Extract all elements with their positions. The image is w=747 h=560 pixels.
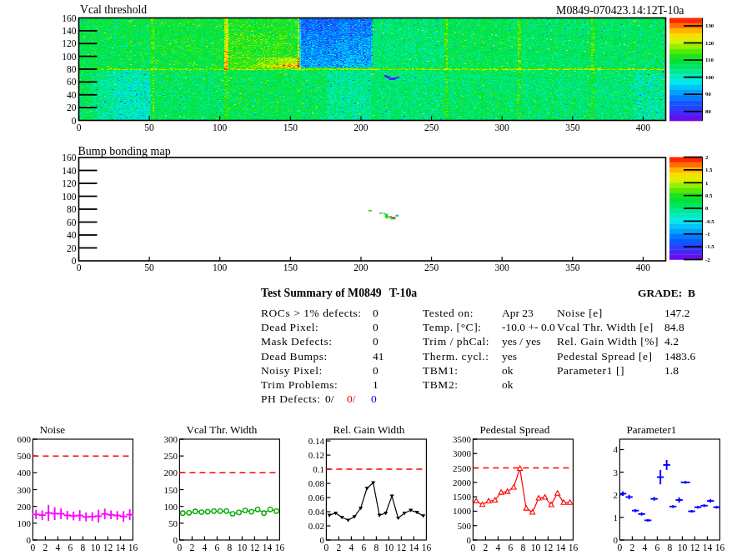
svg-text:400: 400: [17, 468, 31, 478]
svg-text:0: 0: [31, 542, 36, 552]
svg-text:350: 350: [565, 262, 580, 272]
svg-text:14: 14: [116, 542, 126, 552]
svg-text:500: 500: [17, 451, 31, 461]
svg-text:0: 0: [324, 542, 329, 552]
svg-text:1483.6: 1483.6: [664, 350, 695, 362]
svg-text:4.2: 4.2: [664, 335, 679, 348]
svg-text:Apr 23: Apr 23: [502, 307, 534, 319]
svg-text:50: 50: [144, 262, 154, 272]
svg-text:Parameter1 []: Parameter1 []: [557, 364, 624, 377]
svg-text:2: 2: [613, 490, 618, 500]
svg-text:2: 2: [337, 542, 342, 552]
svg-text:16: 16: [422, 542, 432, 552]
svg-text:0: 0: [373, 321, 379, 333]
svg-text:120: 120: [62, 178, 77, 188]
svg-text:160: 160: [62, 152, 77, 162]
svg-text:0: 0: [373, 335, 379, 348]
svg-text:Noisy Pixel:: Noisy Pixel:: [261, 364, 323, 377]
svg-text:4: 4: [56, 542, 61, 552]
svg-text:120: 120: [62, 38, 77, 48]
svg-text:-1: -1: [705, 231, 710, 237]
svg-text:4: 4: [203, 542, 208, 552]
svg-text:4: 4: [349, 542, 354, 552]
svg-text:250: 250: [163, 451, 178, 461]
svg-text:41: 41: [373, 350, 384, 362]
svg-text:40: 40: [67, 90, 77, 100]
svg-text:0.08: 0.08: [308, 478, 325, 488]
svg-text:20: 20: [67, 243, 77, 253]
svg-text:2: 2: [43, 542, 48, 552]
svg-text:400: 400: [636, 262, 651, 272]
svg-text:4: 4: [496, 542, 501, 552]
svg-text:2: 2: [484, 542, 489, 552]
svg-text:0/: 0/: [347, 392, 356, 405]
svg-text:14: 14: [263, 542, 273, 552]
svg-text:-2: -2: [705, 257, 710, 262]
svg-text:Trim / phCal:: Trim / phCal:: [423, 335, 489, 348]
svg-text:Temp. [°C]:: Temp. [°C]:: [423, 321, 482, 333]
svg-text:500: 500: [457, 521, 471, 531]
svg-text:0: 0: [77, 262, 82, 272]
svg-text:2: 2: [630, 542, 635, 552]
svg-text:80: 80: [705, 108, 711, 114]
svg-text:10: 10: [678, 542, 688, 552]
svg-text:350: 350: [565, 122, 580, 132]
svg-text:147.2: 147.2: [664, 307, 689, 319]
svg-text:-0.5: -0.5: [705, 218, 714, 224]
svg-text:600: 600: [17, 434, 31, 444]
svg-text:Dead Bumps:: Dead Bumps:: [261, 350, 328, 362]
svg-text:80: 80: [67, 64, 77, 74]
svg-text:-1.5: -1.5: [705, 243, 714, 249]
svg-text:300: 300: [163, 434, 178, 444]
svg-text:Pedestal Spread: Pedestal Spread: [479, 423, 549, 436]
svg-text:160: 160: [62, 13, 77, 23]
svg-text:Mask Defects:: Mask Defects:: [261, 335, 333, 348]
svg-text:2000: 2000: [453, 478, 472, 488]
svg-text:200: 200: [163, 468, 178, 478]
svg-text:Vcal Thr. Width: Vcal Thr. Width: [186, 423, 257, 436]
svg-text:8: 8: [81, 542, 86, 552]
svg-text:20: 20: [67, 102, 77, 112]
svg-text:8: 8: [668, 542, 673, 552]
svg-text:6: 6: [509, 542, 514, 552]
svg-text:0: 0: [371, 392, 377, 405]
svg-text:3000: 3000: [453, 448, 472, 458]
svg-text:12: 12: [544, 542, 554, 552]
svg-text:ok: ok: [502, 364, 514, 377]
svg-text:0: 0: [373, 307, 379, 319]
svg-text:0: 0: [373, 364, 379, 377]
svg-text:200: 200: [353, 262, 368, 272]
svg-text:16: 16: [275, 542, 285, 552]
svg-text:Pedestal Spread [e]: Pedestal Spread [e]: [557, 350, 653, 362]
svg-text:ROCs > 1% defects:: ROCs > 1% defects:: [261, 307, 362, 319]
svg-text:10: 10: [384, 542, 394, 552]
svg-text:12: 12: [250, 542, 260, 552]
svg-text:0.02: 0.02: [308, 521, 324, 531]
svg-text:300: 300: [495, 122, 510, 132]
svg-text:PH Defects:: PH Defects:: [261, 392, 321, 405]
svg-text:0: 0: [471, 542, 476, 552]
svg-text:M0849-070423.14:12T-10a: M0849-070423.14:12T-10a: [556, 4, 684, 17]
svg-text:0: 0: [178, 542, 183, 552]
svg-text:10: 10: [91, 542, 101, 552]
svg-text:Tested on:: Tested on:: [423, 307, 474, 319]
svg-text:12: 12: [103, 542, 113, 552]
svg-text:110: 110: [705, 57, 714, 62]
svg-text:100: 100: [62, 52, 77, 62]
svg-text:50: 50: [168, 518, 178, 528]
svg-text:150: 150: [283, 262, 298, 272]
svg-text:12: 12: [690, 542, 700, 552]
svg-text:100: 100: [213, 122, 228, 132]
svg-text:yes: yes: [502, 350, 517, 362]
svg-text:TBM2:: TBM2:: [423, 378, 459, 391]
svg-text:60: 60: [67, 218, 77, 228]
svg-text:0.12: 0.12: [308, 450, 324, 460]
svg-text:Noise [e]: Noise [e]: [557, 307, 603, 319]
svg-text:150: 150: [283, 122, 298, 132]
svg-text:GRADE: B: GRADE: B: [638, 287, 695, 299]
svg-text:yes / yes: yes / yes: [502, 335, 541, 348]
svg-text:0: 0: [705, 205, 709, 211]
svg-text:4: 4: [643, 542, 648, 552]
svg-text:Rel. Gain Width [%]: Rel. Gain Width [%]: [557, 335, 659, 348]
svg-text:1: 1: [613, 512, 618, 522]
